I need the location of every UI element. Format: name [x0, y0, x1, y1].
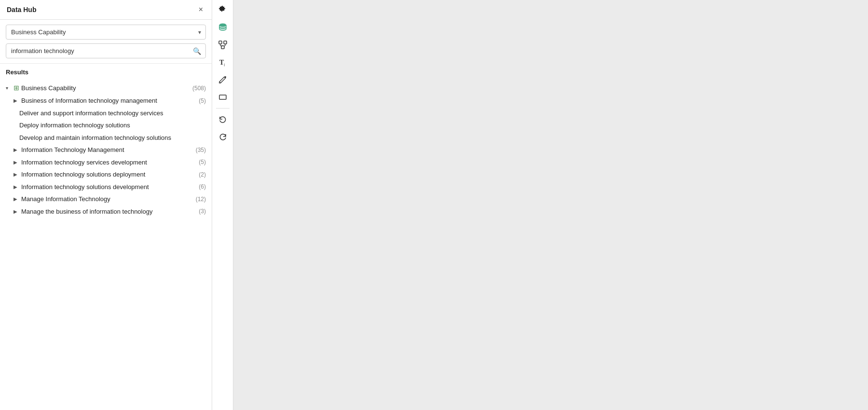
type-dropdown[interactable]: Business Capability Data Object Applicat…: [6, 25, 206, 40]
tree-item-itsoldev[interactable]: ▶ Information technology solutions devel…: [0, 181, 212, 193]
manit-label: Manage Information Technology: [21, 194, 110, 204]
panel-title: Data Hub: [7, 6, 36, 14]
manbit-count: (3): [199, 207, 206, 216]
frame-icon-button[interactable]: [214, 89, 232, 105]
tree-item-manbit[interactable]: ▶ Manage the business of information tec…: [0, 205, 212, 218]
manit-count: (12): [196, 195, 206, 204]
tree-item-itm[interactable]: ▶ Information Technology Management (35): [0, 144, 212, 156]
type-dropdown-wrapper: Business Capability Data Object Applicat…: [6, 25, 206, 40]
tree-item-deploy[interactable]: Deploy information technology solutions: [0, 119, 212, 132]
deliver-label: Deliver and support information technolo…: [19, 109, 163, 118]
close-button[interactable]: ×: [197, 5, 205, 14]
manit-expand-icon: ▶: [14, 195, 19, 203]
tree-root-item-left: ▾ ⊞ Business Capability: [6, 83, 189, 93]
root-label: Business Capability: [21, 83, 76, 93]
itsd-label: Information technology services developm…: [21, 158, 147, 167]
tree-item-deliver[interactable]: Deliver and support information technolo…: [0, 107, 212, 120]
svg-rect-10: [219, 95, 226, 99]
tree-item-itsd[interactable]: ▶ Information technology services develo…: [0, 156, 212, 169]
pencil-icon-button[interactable]: [214, 71, 232, 88]
capability-icon: ⊞: [14, 83, 19, 93]
panel-controls: Business Capability Data Object Applicat…: [0, 20, 212, 64]
text-icon: T ↕: [218, 57, 228, 67]
text-icon-button[interactable]: T ↕: [214, 54, 232, 70]
itm-expand-icon: ▶: [14, 146, 19, 153]
itsoldev-expand-icon: ▶: [14, 183, 19, 191]
database-icon-button[interactable]: [214, 19, 232, 36]
tree-item-itm-left: ▶ Information Technology Management: [14, 145, 192, 155]
svg-text:↕: ↕: [223, 62, 226, 67]
undo-icon: [218, 115, 228, 124]
tree-item-manit-left: ▶ Manage Information Technology: [14, 194, 192, 204]
itsd-expand-icon: ▶: [14, 159, 19, 166]
database-icon: [218, 23, 228, 32]
panel-header: Data Hub ×: [0, 0, 212, 20]
svg-rect-1: [219, 41, 222, 44]
tree-item-bizit-left: ▶ Business of Information technology man…: [14, 96, 195, 106]
results-label: Results: [6, 68, 206, 76]
tree-item-bizit[interactable]: ▶ Business of Information technology man…: [0, 95, 212, 107]
bizit-count: (5): [199, 96, 206, 105]
root-count: (508): [192, 84, 206, 93]
frame-icon: [218, 92, 228, 102]
itsoldepl-expand-icon: ▶: [14, 171, 19, 178]
itsoldepl-label: Information technology solutions deploym…: [21, 170, 145, 179]
search-input[interactable]: [6, 43, 206, 58]
tree-item-itsd-left: ▶ Information technology services develo…: [14, 158, 195, 167]
manbit-label: Manage the business of information techn…: [21, 207, 152, 217]
main-canvas[interactable]: [233, 0, 868, 410]
results-section: Results: [0, 64, 212, 82]
itsd-count: (5): [199, 158, 206, 166]
undo-icon-button[interactable]: [214, 111, 232, 128]
itsoldev-label: Information technology solutions develop…: [21, 182, 149, 192]
results-list: ▾ ⊞ Business Capability (508) ▶ Business…: [0, 82, 212, 410]
pencil-icon: [218, 75, 228, 84]
develop-label: Develop and maintain information technol…: [19, 133, 171, 143]
redo-icon-button[interactable]: [214, 129, 232, 145]
bizit-expand-icon: ▶: [14, 97, 19, 104]
tree-item-deploy-left: Deploy information technology solutions: [19, 121, 206, 130]
itsoldepl-count: (2): [199, 170, 206, 179]
search-wrapper: 🔍: [6, 43, 206, 58]
tree-item-develop-left: Develop and maintain information technol…: [19, 133, 206, 143]
puzzle-icon: [218, 5, 228, 15]
redo-icon: [218, 132, 228, 142]
svg-rect-2: [224, 41, 227, 44]
itsoldev-count: (6): [199, 182, 206, 191]
tree-item-itsoldev-left: ▶ Information technology solutions devel…: [14, 182, 195, 192]
itm-count: (35): [196, 146, 206, 154]
manbit-expand-icon: ▶: [14, 208, 19, 215]
tree-item-develop[interactable]: Develop and maintain information technol…: [0, 132, 212, 144]
diagram-icon-button[interactable]: [214, 37, 232, 53]
tree-item-manit[interactable]: ▶ Manage Information Technology (12): [0, 193, 212, 205]
root-expand-icon: ▾: [6, 84, 12, 92]
tree-item-itsoldepl-left: ▶ Information technology solutions deplo…: [14, 170, 195, 179]
bizit-label: Business of Information technology manag…: [21, 96, 157, 106]
tree-item-manbit-left: ▶ Manage the business of information tec…: [14, 207, 195, 217]
diagram-icon: [218, 40, 228, 50]
tree-item-itsoldepl[interactable]: ▶ Information technology solutions deplo…: [0, 168, 212, 181]
tree-root-item[interactable]: ▾ ⊞ Business Capability (508): [0, 82, 212, 95]
toolbar-divider: [216, 108, 230, 109]
tree-item-deliver-left: Deliver and support information technolo…: [19, 109, 206, 118]
itm-label: Information Technology Management: [21, 145, 124, 155]
puzzle-icon-button[interactable]: [214, 2, 232, 18]
toolbar: T ↕: [212, 0, 233, 410]
left-panel: Data Hub × Business Capability Data Obje…: [0, 0, 212, 410]
deploy-label: Deploy information technology solutions: [19, 121, 130, 130]
svg-rect-3: [221, 46, 224, 49]
